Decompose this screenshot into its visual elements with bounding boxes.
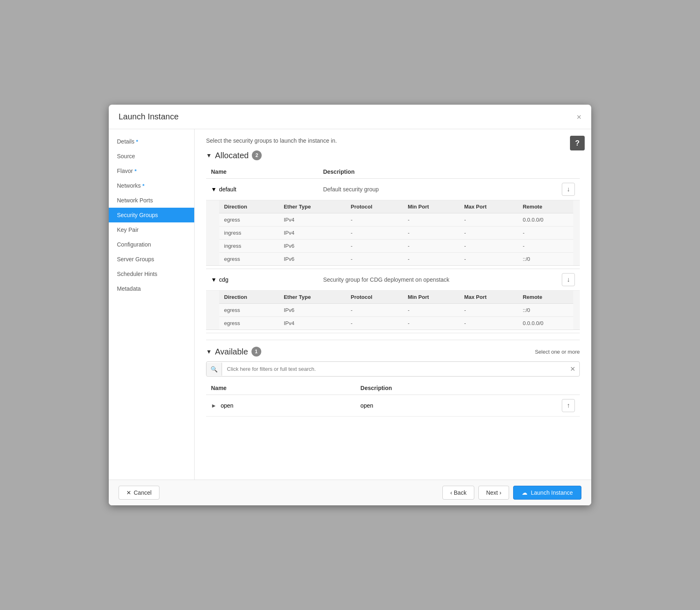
required-indicator: * [136,139,138,145]
modal-body: Details *SourceFlavor *Networks *Network… [109,129,591,480]
rule-direction: egress [219,253,279,266]
rule-remote: - [518,240,573,253]
group-chevron-icon[interactable]: ▼ [211,186,217,193]
rule-min-port: - [403,227,459,240]
sidebar-item-metadata[interactable]: Metadata [109,281,194,296]
rule-row: ingress IPv4 - - - - [219,227,573,240]
rules-col: Remote [518,291,573,304]
modal-title: Launch Instance [119,112,179,121]
expand-icon[interactable]: ► [211,402,217,409]
rule-direction: egress [219,317,279,330]
sidebar-item-networks[interactable]: Networks * [109,178,194,193]
rule-ether-type: IPv4 [279,213,346,227]
remove-group-button[interactable]: ↓ [562,183,575,196]
rule-max-port: - [459,213,518,227]
rule-remote: 0.0.0.0/0 [518,317,573,330]
rules-col: Remote [518,200,573,213]
sidebar-item-server-groups[interactable]: Server Groups [109,252,194,267]
available-item-row: ► open open ↑ [206,395,580,417]
rule-min-port: - [403,304,459,317]
rule-direction: ingress [219,227,279,240]
rule-max-port: - [459,227,518,240]
launch-instance-button[interactable]: ☁ Launch Instance [513,486,581,500]
next-button[interactable]: Next › [478,486,509,500]
section-description: Select the security groups to launch the… [206,137,580,144]
rule-direction: ingress [219,240,279,253]
sidebar-item-scheduler-hints[interactable]: Scheduler Hints [109,267,194,281]
sidebar-item-label: Metadata [117,285,141,292]
rule-row: egress IPv4 - - - 0.0.0.0/0 [219,317,573,330]
modal-footer: ✕ Cancel ‹ Back Next › ☁ Launch Instance [109,480,591,505]
avail-name-cell: ► open [206,395,356,417]
rule-remote: - [518,227,573,240]
group-name-cell: ▼ default [206,179,318,200]
sidebar-item-label: Network Ports [117,197,153,204]
section-divider [206,340,580,340]
rule-ether-type: IPv6 [279,253,346,266]
rule-row: egress IPv6 - - - ::/0 [219,253,573,266]
sidebar: Details *SourceFlavor *Networks *Network… [109,129,195,480]
add-group-button[interactable]: ↑ [562,399,575,412]
close-button[interactable]: × [577,113,581,121]
group-name: ▼ default [211,186,313,193]
sidebar-item-label: Security Groups [117,212,158,218]
allocated-section-header: ▼ Allocated 2 [206,150,580,160]
group-action-cell: ↓ [557,269,580,291]
sidebar-item-network-ports[interactable]: Network Ports [109,193,194,208]
sidebar-item-label: Key Pair [117,227,139,233]
rule-max-port: - [459,304,518,317]
rule-min-port: - [403,213,459,227]
rule-protocol: - [346,213,403,227]
available-header-row: Name Description [206,381,580,395]
avail-desc-cell: open [356,395,557,417]
rule-min-port: - [403,253,459,266]
group-spacer [206,330,580,333]
footer-left: ✕ Cancel [119,486,159,500]
group-chevron-icon[interactable]: ▼ [211,276,217,283]
sidebar-item-key-pair[interactable]: Key Pair [109,222,194,237]
sub-table-container: DirectionEther TypeProtocolMin PortMax P… [206,291,580,330]
sidebar-item-source[interactable]: Source [109,149,194,164]
rule-remote: ::/0 [518,253,573,266]
rules-col: Direction [219,200,279,213]
rules-col: Max Port [459,200,518,213]
cancel-button[interactable]: ✕ Cancel [119,486,159,500]
sidebar-item-details[interactable]: Details * [109,134,194,149]
help-button[interactable]: ? [570,136,585,150]
back-button[interactable]: ‹ Back [442,486,474,500]
sidebar-item-label: Flavor [117,168,133,174]
rule-direction: egress [219,304,279,317]
avail-col-name: Name [206,381,356,395]
rule-row: egress IPv4 - - - 0.0.0.0/0 [219,213,573,227]
sidebar-item-flavor[interactable]: Flavor * [109,164,194,178]
rule-protocol: - [346,317,403,330]
modal-header: Launch Instance × [109,105,591,129]
main-content: ? Select the security groups to launch t… [195,129,591,480]
sidebar-item-security-groups[interactable]: Security Groups [109,208,194,222]
group-name: ▼ cdg [211,276,313,283]
rules-col: Protocol [346,291,403,304]
allocated-count: 2 [252,150,262,160]
sidebar-item-configuration[interactable]: Configuration [109,237,194,252]
rules-col: Ether Type [279,291,346,304]
available-chevron[interactable]: ▼ [206,348,212,355]
rule-max-port: - [459,317,518,330]
rule-protocol: - [346,253,403,266]
rules-col: Min Port [403,291,459,304]
sidebar-item-label: Networks [117,182,141,189]
sidebar-item-label: Configuration [117,241,151,248]
required-indicator: * [135,168,137,174]
rule-protocol: - [346,304,403,317]
search-input[interactable] [222,363,566,375]
rule-max-port: - [459,240,518,253]
remove-group-button[interactable]: ↓ [562,273,575,286]
cancel-x-icon: ✕ [126,489,131,496]
group-name-cell: ▼ cdg [206,269,318,291]
allocated-chevron[interactable]: ▼ [206,152,212,159]
rule-row: egress IPv6 - - - ::/0 [219,304,573,317]
rules-col: Protocol [346,200,403,213]
rule-ether-type: IPv6 [279,240,346,253]
available-section-header: ▼ Available 1 Select one or more [206,347,580,357]
search-clear-button[interactable]: ✕ [566,362,579,376]
search-bar: 🔍 ✕ [206,361,580,377]
